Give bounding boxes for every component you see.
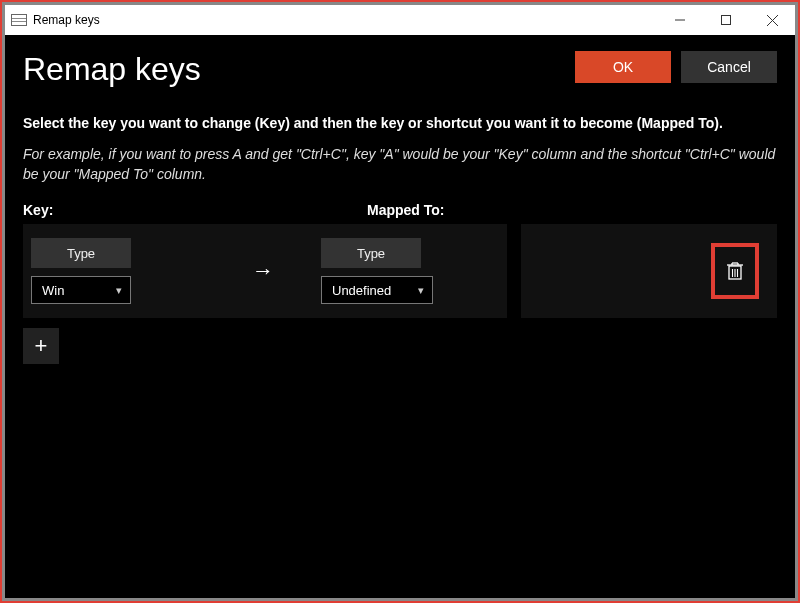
maximize-icon [721, 15, 731, 25]
page-title: Remap keys [23, 45, 565, 88]
delete-row-button[interactable] [724, 259, 746, 283]
mapped-type-button[interactable]: Type [321, 238, 421, 268]
close-icon [767, 15, 778, 26]
window-title: Remap keys [33, 13, 100, 27]
svg-rect-1 [722, 16, 731, 25]
trash-icon [726, 261, 744, 281]
plus-icon: + [35, 333, 48, 359]
description-text: Select the key you want to change (Key) … [23, 114, 777, 134]
key-column-header: Key: [23, 202, 367, 218]
row-actions-panel [521, 224, 777, 318]
maximize-button[interactable] [703, 5, 749, 35]
mapped-column-header: Mapped To: [367, 202, 777, 218]
close-window-button[interactable] [749, 5, 795, 35]
minimize-button[interactable] [657, 5, 703, 35]
chevron-down-icon: ▾ [116, 284, 122, 297]
header-row: Remap keys OK Cancel [23, 45, 777, 88]
ok-button[interactable]: OK [575, 51, 671, 83]
mapped-select-value: Undefined [332, 283, 418, 298]
cancel-button[interactable]: Cancel [681, 51, 777, 83]
add-row-button[interactable]: + [23, 328, 59, 364]
remap-row: Type Win ▾ → Type Undefined ▾ [23, 224, 777, 318]
mapped-select[interactable]: Undefined ▾ [321, 276, 433, 304]
column-headers: Key: Mapped To: [23, 202, 777, 218]
titlebar: Remap keys [5, 5, 795, 35]
chevron-down-icon: ▾ [418, 284, 424, 297]
key-column: Type Win ▾ [23, 238, 213, 304]
minimize-icon [675, 15, 685, 25]
example-text: For example, if you want to press A and … [23, 144, 777, 185]
delete-highlight [711, 243, 759, 299]
remap-panel: Type Win ▾ → Type Undefined ▾ [23, 224, 507, 318]
key-select-value: Win [42, 283, 116, 298]
content-area: Remap keys OK Cancel Select the key you … [5, 35, 795, 598]
arrow-icon: → [213, 258, 313, 284]
mapped-column: Type Undefined ▾ [313, 238, 507, 304]
annotation-outline: Remap keys Remap keys OK Cancel Select t… [0, 0, 800, 603]
app-icon [11, 14, 27, 26]
key-select[interactable]: Win ▾ [31, 276, 131, 304]
window: Remap keys Remap keys OK Cancel Select t… [5, 5, 795, 598]
key-type-button[interactable]: Type [31, 238, 131, 268]
